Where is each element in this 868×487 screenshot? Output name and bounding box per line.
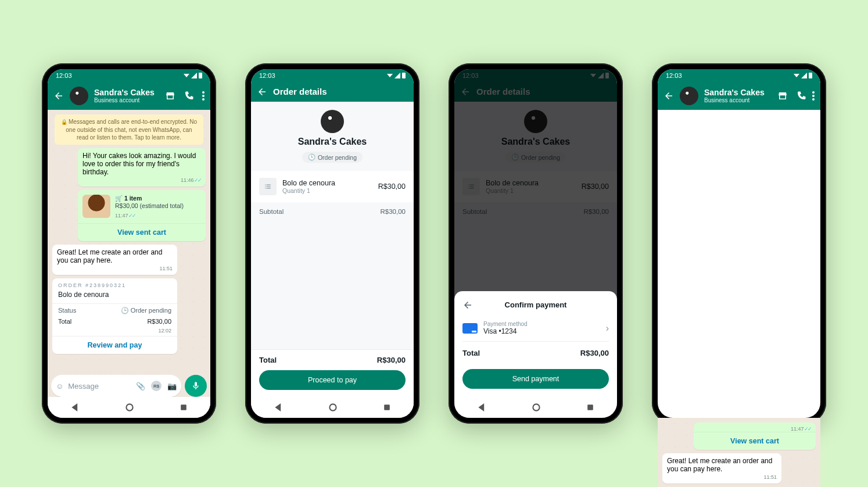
- pm-label: Payment method: [483, 321, 528, 327]
- storefront-icon[interactable]: [165, 91, 175, 101]
- status-icons: [387, 73, 406, 78]
- order-card[interactable]: ORDER #238990321 Bolo de cenoura Status …: [52, 278, 177, 354]
- status-time: 12:03: [666, 72, 682, 79]
- wifi-icon: [387, 73, 393, 78]
- nav-back-icon[interactable]: [478, 403, 486, 411]
- merchant-name: Sandra's Cakes: [251, 137, 414, 147]
- svg-rect-11: [587, 404, 593, 410]
- order-item-price: R$30,00: [378, 182, 406, 191]
- message-time: 11:46: [83, 177, 201, 183]
- status-bar: 12:03: [251, 69, 414, 82]
- back-icon[interactable]: [257, 87, 267, 97]
- status-icons: [184, 73, 202, 78]
- wifi-icon: [794, 73, 799, 78]
- order-status-value: 🕒 Order pending: [121, 307, 171, 314]
- order-item: Bolo de cenoura: [52, 288, 177, 302]
- status-icons: [794, 73, 812, 78]
- attach-icon[interactable]: 📎: [136, 382, 145, 391]
- details-footer: Total R$30,00 Proceed to pay: [251, 349, 414, 397]
- nav-recent-icon[interactable]: [180, 404, 187, 411]
- storefront-icon[interactable]: [777, 91, 788, 101]
- confirm-total-value: R$30,00: [580, 349, 609, 357]
- message-input[interactable]: ☺ Message 📎 R$ 📷: [51, 375, 181, 397]
- android-nav-bar: [454, 397, 617, 418]
- total-label: Total: [259, 356, 277, 364]
- contact-name: Sandra's Cakes: [94, 88, 155, 97]
- svg-rect-8: [384, 404, 390, 410]
- nav-home-icon[interactable]: [329, 403, 337, 411]
- order-item-row[interactable]: Bolo de cenoura Quantity 1 R$30,00: [251, 171, 414, 202]
- order-item-qty: Quantity 1: [282, 187, 335, 194]
- view-sent-cart-link[interactable]: View sent cart: [694, 432, 816, 450]
- cart-estimate: R$30,00 (estimated total): [115, 202, 184, 209]
- call-icon[interactable]: [184, 91, 194, 101]
- payment-icon[interactable]: R$: [151, 381, 162, 391]
- order-total-value: R$30,00: [147, 318, 171, 325]
- order-details-body: Sandra's Cakes 🕒 Order pending Bolo de c…: [251, 102, 414, 397]
- confirm-total-label: Total: [462, 349, 480, 357]
- contact-block[interactable]: Sandra's Cakes Business account: [94, 88, 155, 103]
- phone-1: 12:03 Sandra's Cakes Business account Me…: [42, 63, 216, 424]
- emoji-icon[interactable]: ☺: [56, 382, 63, 391]
- nav-back-icon[interactable]: [274, 403, 282, 411]
- contact-subtitle: Business account: [94, 97, 155, 103]
- order-total-label: Total: [58, 318, 71, 325]
- svg-point-3: [202, 98, 205, 101]
- nav-recent-icon[interactable]: [383, 404, 390, 411]
- back-icon[interactable]: [663, 91, 674, 101]
- chat-app-bar: Sandra's Cakes Business account: [48, 82, 210, 110]
- cart-card-collapsed[interactable]: 11:47 View sent cart: [694, 422, 816, 450]
- confirm-title: Confirm payment: [505, 300, 567, 309]
- message-time: 11:51: [57, 266, 173, 271]
- battery-icon: [402, 73, 406, 78]
- cart-time: 11:47: [115, 213, 184, 219]
- nav-home-icon[interactable]: [532, 403, 540, 411]
- status-time: 12:03: [56, 72, 72, 79]
- status-bar: 12:03: [48, 69, 210, 82]
- nav-back-icon[interactable]: [71, 403, 79, 411]
- cart-card[interactable]: 🛒 1 item R$30,00 (estimated total) 11:47…: [78, 190, 206, 241]
- chat-body: 11:47 View sent cart Great! Let me creat…: [658, 418, 820, 487]
- phone-4: 12:03 Sandra's Cakes Business account: [652, 63, 826, 424]
- svg-point-7: [329, 404, 336, 410]
- back-icon[interactable]: [53, 91, 64, 101]
- card-icon: [462, 323, 478, 334]
- svg-rect-12: [809, 73, 812, 78]
- incoming-message[interactable]: Great! Let me create an order and you ca…: [662, 453, 781, 484]
- view-sent-cart-link[interactable]: View sent cart: [78, 223, 206, 241]
- contact-block[interactable]: Sandra's Cakes Business account: [704, 88, 765, 103]
- contact-avatar[interactable]: [70, 87, 88, 105]
- outgoing-message[interactable]: Hi! Your cakes look amazing. I would lov…: [78, 148, 206, 187]
- details-app-bar: Order details: [251, 82, 414, 102]
- nav-home-icon[interactable]: [125, 403, 134, 411]
- mic-button[interactable]: [185, 375, 207, 397]
- sheet-back-icon[interactable]: [462, 300, 473, 310]
- message-input-bar: ☺ Message 📎 R$ 📷: [48, 371, 210, 397]
- subtotal-row: Subtotal R$30,00: [251, 202, 414, 221]
- nav-recent-icon[interactable]: [587, 404, 594, 411]
- total-value: R$30,00: [377, 356, 406, 364]
- subtotal-label: Subtotal: [259, 208, 284, 215]
- svg-point-4: [126, 404, 132, 410]
- svg-rect-6: [402, 73, 406, 78]
- encryption-notice[interactable]: Messages and calls are end-to-end encryp…: [55, 114, 203, 145]
- merchant-avatar: [321, 110, 344, 133]
- contact-name: Sandra's Cakes: [704, 88, 765, 97]
- message-text: Great! Let me create an order and you ca…: [667, 457, 777, 473]
- status-bar: 12:03: [658, 69, 820, 82]
- svg-point-2: [202, 95, 205, 97]
- proceed-to-pay-button[interactable]: Proceed to pay: [259, 370, 406, 390]
- incoming-message[interactable]: Great! Let me create an order and you ca…: [52, 245, 177, 275]
- more-icon[interactable]: [812, 91, 815, 101]
- subtotal-value: R$30,00: [381, 208, 406, 215]
- review-and-pay-link[interactable]: Review and pay: [52, 336, 177, 354]
- android-nav-bar: [251, 397, 414, 418]
- call-icon[interactable]: [796, 91, 806, 101]
- phone-2: 12:03 Order details Sandra's Cakes 🕒 Ord…: [245, 63, 419, 424]
- more-icon[interactable]: [202, 91, 205, 101]
- phone-3: 12:03 Order details Sandra's Cakes 🕒 Ord…: [449, 63, 623, 424]
- camera-icon[interactable]: 📷: [167, 382, 177, 391]
- contact-avatar[interactable]: [680, 87, 698, 105]
- payment-method-row[interactable]: Payment method Visa •1234 ›: [462, 315, 609, 342]
- send-payment-button[interactable]: Send payment: [462, 369, 609, 389]
